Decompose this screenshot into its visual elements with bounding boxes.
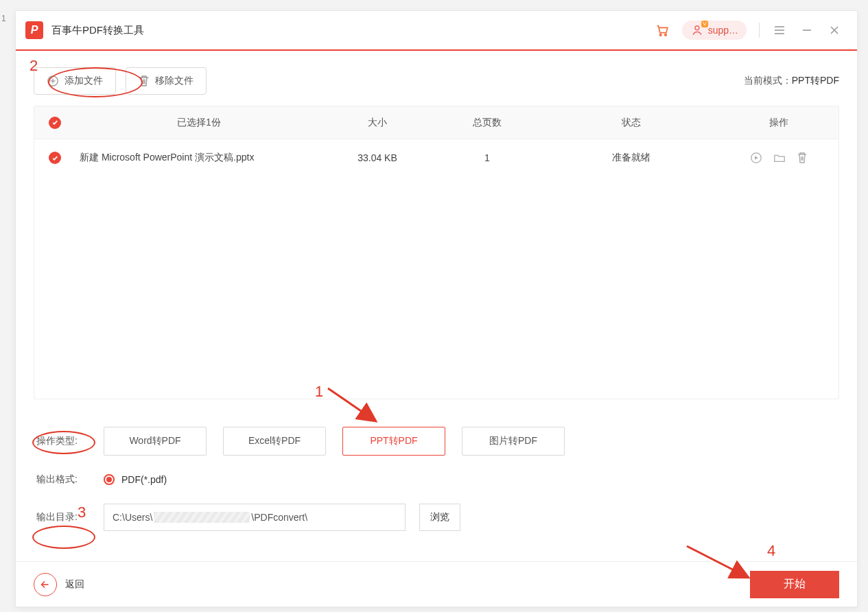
start-button[interactable]: 开始 — [750, 571, 839, 598]
col-ops: 操作 — [720, 117, 837, 129]
row-filename: 新建 Microsoft PowerPoint 演示文稿.pptx — [75, 152, 322, 164]
add-file-label: 添加文件 — [64, 75, 103, 87]
col-pages: 总页数 — [432, 117, 542, 129]
remove-file-button[interactable]: 移除文件 — [126, 67, 207, 95]
output-dir-label: 输出目录: — [36, 511, 90, 523]
browse-button[interactable]: 浏览 — [419, 504, 460, 531]
back-label: 返回 — [65, 578, 84, 591]
output-format-row: 输出格式: PDF(*.pdf) — [36, 473, 836, 486]
type-image-to-pdf[interactable]: 图片转PDF — [462, 427, 565, 456]
row-status: 准备就绪 — [542, 152, 720, 164]
format-value: PDF(*.pdf) — [121, 474, 167, 485]
operation-type-label: 操作类型: — [36, 435, 90, 447]
user-name-label: supp… — [708, 25, 738, 36]
col-status: 状态 — [542, 117, 720, 129]
menu-icon[interactable] — [772, 23, 787, 38]
table-header: 已选择1份 大小 总页数 状态 操作 — [34, 106, 838, 139]
table-row: 新建 Microsoft PowerPoint 演示文稿.pptx 33.04 … — [34, 139, 838, 176]
app-logo: P — [25, 21, 43, 39]
toolbar: 添加文件 移除文件 当前模式：PPT转PDF — [16, 51, 857, 102]
folder-icon[interactable] — [773, 152, 786, 164]
add-file-button[interactable]: 添加文件 — [34, 67, 116, 95]
minimize-icon[interactable] — [799, 23, 814, 38]
options-panel: 操作类型: Word转PDF Excel转PDF PPT转PDF 图片转PDF … — [16, 399, 857, 531]
redacted-path — [154, 512, 250, 523]
titlebar-separator — [759, 23, 760, 38]
col-selected: 已选择1份 — [75, 117, 322, 129]
svg-point-1 — [664, 34, 666, 36]
footer: 返回 开始 — [16, 561, 857, 607]
select-all-checkbox[interactable] — [34, 117, 75, 129]
plus-circle-icon — [47, 75, 59, 87]
svg-point-0 — [659, 34, 661, 36]
cart-icon[interactable] — [655, 23, 670, 38]
trash-icon — [139, 75, 150, 87]
operation-type-row: 操作类型: Word转PDF Excel转PDF PPT转PDF 图片转PDF — [36, 427, 836, 456]
row-checkbox[interactable] — [34, 152, 75, 164]
user-account-chip[interactable]: V supp… — [682, 21, 747, 40]
file-table: 已选择1份 大小 总页数 状态 操作 新建 Microsoft PowerPoi… — [34, 106, 839, 399]
row-pages: 1 — [432, 152, 542, 163]
svg-point-2 — [695, 26, 699, 30]
vip-badge-icon: V — [701, 21, 707, 27]
output-dir-input[interactable]: C:\Users\\PDFconvert\ — [104, 504, 406, 531]
type-ppt-to-pdf[interactable]: PPT转PDF — [342, 427, 445, 456]
output-dir-row: 输出目录: C:\Users\\PDFconvert\ 浏览 — [36, 504, 836, 531]
app-title: 百事牛PDF转换工具 — [51, 24, 144, 37]
type-excel-to-pdf[interactable]: Excel转PDF — [223, 427, 326, 456]
back-button[interactable] — [34, 573, 57, 596]
play-icon[interactable] — [750, 152, 762, 164]
row-size: 33.04 KB — [322, 152, 432, 163]
row-actions — [720, 152, 837, 164]
arrow-left-icon — [39, 578, 51, 591]
titlebar: P 百事牛PDF转换工具 V supp… — [16, 11, 857, 49]
output-format-label: 输出格式: — [36, 473, 90, 486]
app-window: P 百事牛PDF转换工具 V supp… 添加文件 — [15, 10, 858, 607]
background-fragment: 1 — [1, 14, 6, 23]
close-icon[interactable] — [827, 23, 842, 38]
delete-icon[interactable] — [797, 152, 808, 164]
format-radio[interactable] — [104, 474, 115, 485]
remove-file-label: 移除文件 — [155, 75, 193, 87]
user-avatar-icon: V — [690, 23, 704, 37]
type-word-to-pdf[interactable]: Word转PDF — [104, 427, 207, 456]
current-mode: 当前模式：PPT转PDF — [744, 75, 839, 87]
col-size: 大小 — [322, 117, 432, 129]
